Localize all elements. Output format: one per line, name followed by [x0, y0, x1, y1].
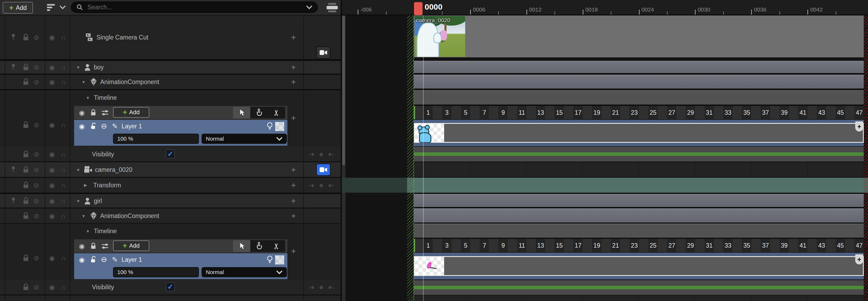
- track-row-visibility[interactable]: ⊘ ◉ ∩ Visibility ✓ ‹◆ ◆ ◆›: [0, 147, 341, 161]
- lock-icon[interactable]: [22, 283, 29, 291]
- collapse-triangle-icon[interactable]: ▼: [76, 65, 80, 70]
- next-key-icon[interactable]: ◆›: [328, 182, 334, 188]
- headphones-icon[interactable]: ∩: [61, 79, 66, 85]
- mute-disable-icon[interactable]: ⊘: [34, 166, 39, 173]
- mute-disable-icon[interactable]: ⊘: [34, 197, 39, 204]
- pin-icon[interactable]: [11, 63, 16, 71]
- mute-disable-icon[interactable]: ⊘: [34, 34, 39, 41]
- add-section-plus-icon[interactable]: +: [291, 196, 296, 206]
- timeline-group-header[interactable]: ▼ Timeline: [0, 224, 341, 238]
- layer-track-girl[interactable]: [414, 256, 864, 276]
- solo-eye-icon[interactable]: ◉: [49, 79, 55, 85]
- mute-disable-icon[interactable]: ⊘: [34, 284, 39, 291]
- add-section-plus-icon[interactable]: +: [291, 211, 296, 220]
- headphones-icon[interactable]: ∩: [61, 166, 66, 173]
- layer-track-boy[interactable]: [414, 123, 864, 143]
- prev-key-icon[interactable]: ‹◆: [309, 182, 314, 188]
- camera-track-area[interactable]: [414, 162, 864, 177]
- next-key-icon[interactable]: ◆›: [328, 151, 334, 158]
- lock-icon[interactable]: [22, 254, 29, 262]
- add-layer-button[interactable]: + Add: [113, 240, 149, 251]
- add-key-icon[interactable]: ◆: [319, 284, 323, 290]
- girl-collapsed-track[interactable]: [414, 194, 864, 208]
- transform-track-row[interactable]: [342, 178, 868, 193]
- solo-eye-icon[interactable]: ◉: [49, 166, 55, 173]
- headphones-icon[interactable]: ∩: [61, 197, 66, 204]
- solo-eye-icon[interactable]: ◉: [49, 255, 55, 262]
- playhead-marker[interactable]: [414, 2, 423, 15]
- mute-disable-icon[interactable]: ⊘: [34, 151, 39, 158]
- layer-color-swatch[interactable]: [275, 255, 284, 265]
- solo-eye-icon[interactable]: ◉: [49, 182, 55, 189]
- minus-circle-icon[interactable]: ⊖: [101, 122, 107, 130]
- easing-handle-plus-icon[interactable]: +: [855, 254, 863, 265]
- track-row-single-camera-cut[interactable]: ⊘ ◉ ∩ Single Camera Cut +: [0, 16, 341, 59]
- headphones-icon[interactable]: ∩: [61, 64, 66, 71]
- boy-collapsed-track[interactable]: [414, 61, 864, 74]
- headphones-icon[interactable]: ∩: [61, 182, 66, 189]
- animation-component-track[interactable]: [414, 75, 864, 89]
- headphones-icon[interactable]: ∩: [61, 34, 66, 41]
- add-track-button[interactable]: + Add: [3, 2, 33, 13]
- frame-number-strip[interactable]: 1357911131517192123252729313335373941434…: [414, 239, 864, 252]
- collapse-triangle-icon[interactable]: ▼: [86, 229, 90, 233]
- scrollbar-thumb[interactable]: [342, 16, 345, 165]
- lightbulb-onion-icon[interactable]: [267, 122, 273, 131]
- add-layer-button[interactable]: + Add: [113, 107, 149, 118]
- mute-disable-icon[interactable]: ⊘: [34, 79, 39, 85]
- search-chevron-down-icon[interactable]: [306, 5, 312, 9]
- camera-cut-track[interactable]: camera_0020: [414, 16, 864, 57]
- track-row-boy[interactable]: ⊘ ◉ ∩ ▼ boy +: [0, 61, 341, 74]
- select-pointer-tool[interactable]: [233, 240, 250, 252]
- layer-row-selected[interactable]: ◉ ⊖ ✎ Layer 1 100 % Normal: [74, 253, 287, 279]
- minus-circle-icon[interactable]: ⊖: [101, 256, 107, 263]
- animation-component-track[interactable]: [414, 209, 864, 223]
- solo-eye-icon[interactable]: ◉: [49, 122, 55, 128]
- partial-bottom-track[interactable]: [414, 295, 864, 301]
- lock-icon[interactable]: [22, 34, 29, 41]
- lock-icon[interactable]: [22, 166, 29, 173]
- easing-handle-plus-icon[interactable]: +: [855, 121, 863, 132]
- add-section-plus-icon[interactable]: +: [291, 77, 296, 86]
- mute-disable-icon[interactable]: ⊘: [34, 182, 39, 189]
- lock-icon[interactable]: [90, 243, 96, 249]
- add-section-plus-icon[interactable]: +: [291, 247, 296, 256]
- visibility-checkbox[interactable]: ✓: [166, 282, 175, 292]
- sliders-icon[interactable]: [101, 243, 109, 249]
- collapse-triangle-icon[interactable]: ▼: [86, 95, 90, 100]
- lock-icon[interactable]: [22, 121, 29, 129]
- layer-opacity-field[interactable]: 100 %: [113, 267, 199, 277]
- solo-eye-icon[interactable]: ◉: [49, 64, 55, 71]
- solo-eye-icon[interactable]: ◉: [49, 197, 55, 204]
- mute-disable-icon[interactable]: ⊘: [34, 64, 39, 71]
- lock-icon[interactable]: [22, 212, 29, 220]
- blend-mode-dropdown[interactable]: Normal: [202, 134, 287, 144]
- collapse-triangle-icon[interactable]: ▼: [82, 214, 86, 218]
- solo-eye-icon[interactable]: ◉: [49, 151, 55, 158]
- headphones-icon[interactable]: ∩: [61, 284, 66, 291]
- mute-disable-icon[interactable]: ⊘: [34, 122, 39, 128]
- filter-chevron-down-icon[interactable]: [59, 5, 66, 9]
- headphones-icon[interactable]: ∩: [61, 212, 66, 219]
- visibility-checkbox[interactable]: ✓: [166, 149, 175, 159]
- solo-eye-icon[interactable]: ◉: [49, 34, 55, 41]
- pin-icon[interactable]: [11, 197, 16, 205]
- add-section-plus-icon[interactable]: +: [291, 63, 296, 72]
- vertical-scrollbar[interactable]: [342, 15, 345, 301]
- lock-icon[interactable]: [22, 78, 29, 86]
- prev-key-icon[interactable]: ‹◆: [309, 151, 314, 158]
- add-key-icon[interactable]: ◆: [319, 182, 323, 188]
- visible-eye-icon[interactable]: ◉: [79, 243, 85, 249]
- solo-eye-icon[interactable]: ◉: [49, 284, 55, 291]
- headphones-icon[interactable]: ∩: [61, 151, 66, 158]
- track-row-transform[interactable]: ⊘ ◉ ∩ ▶ Transform + ‹◆ ◆ ◆›: [0, 178, 341, 193]
- camera-view-button-active[interactable]: [316, 164, 331, 176]
- layer-row-selected[interactable]: ◉ ⊖ ✎ Layer 1 100 % Normal: [74, 120, 287, 146]
- track-row-animation-component[interactable]: ⊘ ◉ ∩ ▼ AnimationComponent +: [0, 75, 341, 89]
- lightbulb-onion-icon[interactable]: [267, 255, 273, 264]
- timeline-group-track[interactable]: [414, 90, 864, 105]
- unlock-icon[interactable]: [90, 256, 96, 263]
- visible-eye-icon[interactable]: ◉: [79, 123, 85, 130]
- frame-number-strip[interactable]: 1357911131517192123252729313335373941434…: [414, 106, 864, 119]
- lock-icon[interactable]: [22, 182, 29, 189]
